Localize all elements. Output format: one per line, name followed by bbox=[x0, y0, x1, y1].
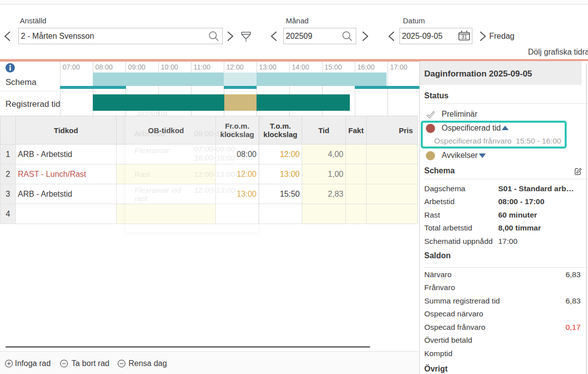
svg-text:31: 31 bbox=[461, 34, 467, 40]
